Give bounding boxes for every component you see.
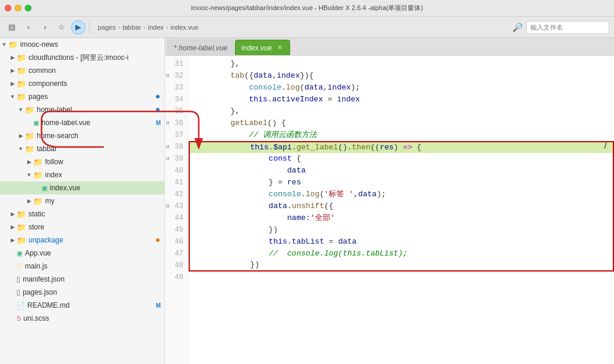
ln-32: ⊟32	[165, 70, 188, 82]
close-button[interactable]	[5, 5, 11, 11]
expand-icon-hl: ▼	[17, 107, 25, 113]
run-button[interactable]: ▶	[71, 20, 85, 34]
sidebar-item-main-js[interactable]: ⬡ main.js	[0, 260, 164, 273]
sidebar-item-home-label[interactable]: ▼ 📁 home-label	[0, 103, 164, 116]
tab-close-index-vue[interactable]: ✕	[275, 44, 284, 52]
sidebar-item-home-search[interactable]: ▶ 📁 home-search	[0, 129, 164, 142]
sidebar-item-app-vue[interactable]: ▣ App.vue	[0, 247, 164, 260]
sidebar-label-st: static	[28, 210, 45, 218]
sidebar-label-up: unpackage	[28, 236, 63, 244]
sidebar-item-pages-json[interactable]: [] pages.json	[0, 286, 164, 299]
ln-47: 47	[165, 248, 188, 260]
back-button[interactable]: ‹	[21, 20, 36, 34]
sidebar-item-uni-scss[interactable]: S uni.scss	[0, 312, 164, 325]
maximize-button[interactable]	[25, 5, 31, 11]
sidebar-item-cloudfunctions[interactable]: ▶ 📁 cloudfunctions - [阿里云:imooc-i	[0, 51, 164, 64]
ln-44: 44	[165, 212, 188, 224]
tab-home-label[interactable]: * home-label.vue	[167, 40, 234, 55]
code-line-49	[189, 272, 614, 283]
code-line-37: // 调用云函数方法	[189, 129, 614, 141]
sidebar-item-store[interactable]: ▶ 📁 store	[0, 221, 164, 234]
file-search-input[interactable]	[526, 21, 609, 34]
sidebar-item-readme[interactable]: 📄 README.md M	[0, 299, 164, 312]
file-icon-iv: ▣	[42, 184, 47, 192]
file-search-icon: 🔎	[511, 21, 524, 34]
sidebar-label-hs: home-search	[37, 132, 78, 140]
expand-icon-common: ▶	[8, 68, 17, 74]
breadcrumb-sep2: ›	[144, 24, 146, 31]
file-icon-mj: ⬡	[17, 263, 23, 270]
code-line-45: })	[189, 224, 614, 236]
sidebar-label-us: uni.scss	[23, 314, 49, 323]
code-line-32: tab({data,index}){	[189, 70, 614, 82]
sidebar-item-index[interactable]: ▼ 📁 index	[0, 168, 164, 181]
new-file-button[interactable]: ▤	[5, 20, 19, 34]
sidebar-item-index-vue[interactable]: ▣ index.vue	[0, 181, 164, 194]
breadcrumb-sep1: ›	[118, 24, 120, 31]
main-layout: ▼ 📁 imooc-news ▶ 📁 cloudfunctions - [阿里云…	[0, 38, 614, 364]
folder-icon-my: 📁	[33, 197, 43, 206]
folder-icon-fl: 📁	[33, 158, 43, 167]
sidebar-label-pages: pages	[28, 92, 48, 101]
toolbar-separator	[89, 21, 90, 33]
bookmark-button[interactable]: ☆	[55, 20, 69, 34]
minimize-button[interactable]	[15, 5, 21, 11]
breadcrumb: pages › tabbar › index › index.vue	[98, 24, 504, 31]
file-explorer: ▼ 📁 imooc-news ▶ 📁 cloudfunctions - [阿里云…	[0, 38, 165, 364]
folder-icon-tb: 📁	[25, 145, 34, 154]
tab-index-vue[interactable]: index.vue ✕	[235, 40, 290, 55]
sidebar-label-hlv: home-label.vue	[42, 119, 90, 127]
code-line-36: getLabel() {	[189, 117, 614, 129]
sidebar-item-home-label-vue[interactable]: ▣ home-label.vue M	[0, 116, 164, 129]
forward-button[interactable]: ›	[38, 20, 52, 34]
window-controls[interactable]	[5, 5, 31, 11]
breadcrumb-part2[interactable]: tabbar	[123, 24, 141, 31]
sidebar-item-static[interactable]: ▶ 📁 static	[0, 207, 164, 221]
breadcrumb-part1[interactable]: pages	[98, 24, 116, 31]
sidebar-item-pages[interactable]: ▼ 📁 pages	[0, 90, 164, 103]
ln-35: 35	[165, 106, 188, 117]
breadcrumb-part4[interactable]: index.vue	[171, 24, 199, 31]
code-line-41: } = res	[189, 177, 614, 189]
code-line-33: console.log(data,index);	[189, 82, 614, 94]
code-line-44: name:'全部'	[189, 212, 614, 224]
expand-icon-idx: ▼	[25, 172, 33, 178]
expand-icon-comp: ▶	[8, 81, 17, 87]
ln-49: 49	[165, 272, 188, 283]
ln-46: 46	[165, 236, 188, 248]
ln-45: 45	[165, 224, 188, 236]
hl-badge	[156, 108, 160, 111]
sidebar-item-manifest[interactable]: [] manifest.json	[0, 273, 164, 286]
window-title: imooc-news/pages/tabbar/index/index.vue …	[191, 4, 423, 12]
folder-icon-cf: 📁	[17, 53, 26, 62]
up-badge	[156, 238, 160, 242]
ln-37: 37	[165, 129, 188, 141]
expand-icon-fl: ▶	[25, 159, 33, 165]
sidebar-label-mj: main.js	[25, 262, 47, 270]
sidebar-item-components[interactable]: ▶ 📁 components	[0, 77, 164, 90]
code-editor[interactable]: 31 ⊟32 33 34 35 ⊟36 37 ⊟38 ⊟39 40 41 42 …	[165, 56, 614, 364]
ln-38: ⊟38	[165, 141, 188, 153]
toolbar: ▤ ‹ › ☆ ▶ pages › tabbar › index › index…	[0, 17, 614, 38]
folder-icon: 📁	[8, 40, 18, 49]
code-line-42: console.log('标签 ',data);	[189, 189, 614, 200]
sidebar-item-tabbar[interactable]: ▼ 📁 tabbar	[0, 142, 164, 155]
sidebar-item-common[interactable]: ▶ 📁 common	[0, 64, 164, 77]
sidebar-label-hl: home-label	[37, 106, 72, 114]
breadcrumb-part3[interactable]: index	[148, 24, 164, 31]
code-area: 31 ⊟32 33 34 35 ⊟36 37 ⊟38 ⊟39 40 41 42 …	[165, 56, 614, 364]
sidebar-item-root[interactable]: ▼ 📁 imooc-news	[0, 38, 164, 51]
sidebar-item-unpackage[interactable]: ▶ 📁 unpackage	[0, 234, 164, 247]
tab-label-index-vue: index.vue	[241, 44, 272, 52]
code-line-46: this.tabList = data	[189, 236, 614, 248]
folder-icon-comp: 📁	[17, 79, 26, 88]
rm-badge: M	[156, 302, 161, 309]
title-bar: imooc-news/pages/tabbar/index/index.vue …	[0, 0, 614, 17]
folder-icon-common: 📁	[17, 66, 26, 75]
sidebar-item-my[interactable]: ▶ 📁 my	[0, 194, 164, 207]
ln-36: ⊟36	[165, 117, 188, 129]
folder-icon-hl: 📁	[25, 106, 34, 114]
sidebar-label-store: store	[28, 223, 44, 231]
sidebar-item-follow[interactable]: ▶ 📁 follow	[0, 155, 164, 168]
file-icon-pj: []	[17, 289, 20, 296]
